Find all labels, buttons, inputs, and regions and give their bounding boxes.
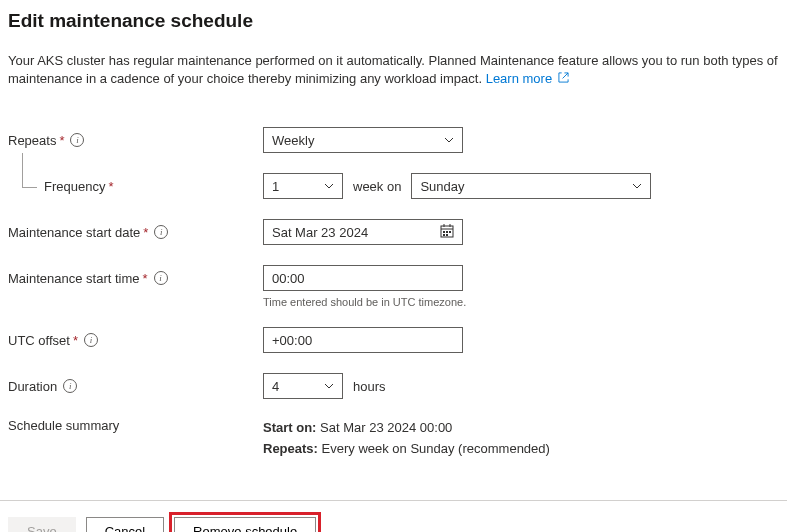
summary-repeats-label: Repeats: — [263, 441, 318, 456]
summary-start-label: Start on: — [263, 420, 316, 435]
page-title: Edit maintenance schedule — [8, 10, 779, 32]
start-date-value: Sat Mar 23 2024 — [272, 225, 368, 240]
frequency-day-value: Sunday — [420, 179, 464, 194]
description-text: Your AKS cluster has regular maintenance… — [8, 53, 778, 86]
repeats-label: Repeats — [8, 133, 56, 148]
duration-select[interactable]: 4 — [263, 373, 343, 399]
duration-label: Duration — [8, 379, 57, 394]
required-indicator: * — [59, 133, 64, 148]
utc-offset-input[interactable]: +00:00 — [263, 327, 463, 353]
svg-rect-6 — [449, 231, 451, 233]
repeats-select[interactable]: Weekly — [263, 127, 463, 153]
chevron-down-icon — [324, 381, 334, 391]
required-indicator: * — [73, 333, 78, 348]
info-icon[interactable]: i — [84, 333, 98, 347]
divider — [0, 500, 787, 501]
info-icon[interactable]: i — [70, 133, 84, 147]
start-time-label: Maintenance start time — [8, 271, 140, 286]
required-indicator: * — [108, 179, 113, 194]
info-icon[interactable]: i — [154, 271, 168, 285]
summary-start-value: Sat Mar 23 2024 00:00 — [320, 420, 452, 435]
learn-more-link[interactable]: Learn more — [486, 71, 552, 86]
start-time-value: 00:00 — [272, 271, 305, 286]
frequency-label: Frequency — [44, 179, 105, 194]
start-time-helper: Time entered should be in UTC timezone. — [263, 296, 779, 308]
start-time-input[interactable]: 00:00 — [263, 265, 463, 291]
svg-rect-8 — [446, 234, 448, 236]
cancel-button[interactable]: Cancel — [86, 517, 164, 532]
svg-rect-4 — [443, 231, 445, 233]
frequency-interval-value: 1 — [272, 179, 279, 194]
schedule-summary: Start on: Sat Mar 23 2024 00:00 Repeats:… — [263, 418, 550, 460]
repeats-value: Weekly — [272, 133, 314, 148]
start-date-input[interactable]: Sat Mar 23 2024 — [263, 219, 463, 245]
chevron-down-icon — [632, 181, 642, 191]
save-button: Save — [8, 517, 76, 532]
utc-offset-value: +00:00 — [272, 333, 312, 348]
duration-unit: hours — [353, 379, 386, 394]
chevron-down-icon — [444, 135, 454, 145]
remove-schedule-button[interactable]: Remove schedule — [174, 517, 316, 532]
frequency-interval-select[interactable]: 1 — [263, 173, 343, 199]
utc-offset-label: UTC offset — [8, 333, 70, 348]
summary-repeats-value: Every week on Sunday (recommended) — [322, 441, 550, 456]
chevron-down-icon — [324, 181, 334, 191]
frequency-day-select[interactable]: Sunday — [411, 173, 651, 199]
page-description: Your AKS cluster has regular maintenance… — [8, 52, 779, 88]
required-indicator: * — [143, 225, 148, 240]
svg-rect-5 — [446, 231, 448, 233]
duration-value: 4 — [272, 379, 279, 394]
svg-rect-7 — [443, 234, 445, 236]
required-indicator: * — [143, 271, 148, 286]
info-icon[interactable]: i — [63, 379, 77, 393]
info-icon[interactable]: i — [154, 225, 168, 239]
frequency-mid-text: week on — [353, 179, 401, 194]
calendar-icon[interactable] — [440, 224, 454, 241]
start-date-label: Maintenance start date — [8, 225, 140, 240]
summary-label: Schedule summary — [8, 418, 119, 433]
external-link-icon — [558, 70, 569, 88]
